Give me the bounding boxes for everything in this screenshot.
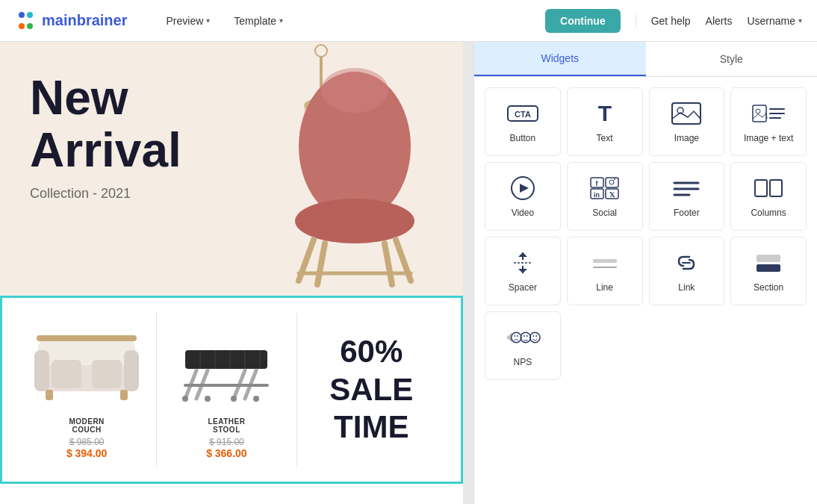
svg-point-32 (182, 396, 188, 402)
svg-line-8 (317, 243, 325, 284)
canvas-content: New Arrival Collection - 2021 (0, 42, 463, 504)
widget-link[interactable]: Link (649, 237, 725, 305)
section-widget-label: Section (754, 282, 783, 293)
svg-marker-63 (518, 252, 527, 257)
nav-preview[interactable]: Preview ▾ (158, 10, 220, 31)
tab-style[interactable]: Style (646, 42, 818, 76)
spacer-widget-label: Spacer (509, 282, 537, 293)
svg-point-81 (532, 335, 534, 337)
header: mainbrainer Preview ▾ Template ▾ Continu… (0, 0, 817, 42)
widget-nps[interactable]: NPS (485, 311, 561, 380)
tab-widgets[interactable]: Widgets (474, 42, 646, 76)
couch-svg (31, 324, 143, 406)
logo-dot-orange (19, 23, 25, 29)
line-icon (587, 249, 623, 276)
text-icon: T (587, 100, 623, 127)
image-icon (668, 100, 704, 127)
svg-rect-20 (37, 335, 137, 341)
widget-video[interactable]: Video (485, 162, 561, 231)
svg-rect-71 (757, 264, 780, 272)
username-button[interactable]: Username ▾ (747, 15, 802, 27)
widget-line[interactable]: Line (567, 237, 643, 305)
logo-dot-teal (27, 12, 33, 18)
hero-section: New Arrival Collection - 2021 (0, 42, 463, 296)
widget-columns[interactable]: Columns (730, 162, 807, 231)
svg-marker-47 (520, 184, 529, 193)
svg-text:in: in (594, 191, 600, 199)
stool-old-price: $ 915.00 (209, 437, 244, 447)
svg-rect-41 (753, 105, 766, 122)
video-widget-label: Video (512, 208, 534, 218)
canvas-area: New Arrival Collection - 2021 (0, 42, 473, 504)
svg-text:f: f (595, 180, 598, 187)
svg-rect-18 (46, 390, 53, 400)
svg-rect-60 (755, 180, 767, 196)
widget-image-text[interactable]: Image + text (730, 87, 807, 156)
svg-rect-68 (593, 267, 617, 268)
widget-text[interactable]: T Text (567, 87, 643, 156)
widget-button[interactable]: CTA Button (485, 87, 561, 156)
svg-text:T: T (597, 101, 611, 125)
hero-subtitle: Collection - 2021 (30, 186, 463, 202)
alerts-link[interactable]: Alerts (706, 15, 733, 27)
line-widget-label: Line (596, 282, 613, 293)
svg-point-42 (756, 109, 760, 113)
image-widget-label: Image (674, 133, 699, 143)
logo-dot-green (27, 23, 33, 29)
button-widget-label: Button (510, 133, 536, 143)
get-help-link[interactable]: Get help (651, 15, 691, 27)
continue-button[interactable]: Continue (545, 9, 621, 33)
svg-point-77 (524, 335, 525, 337)
logo: mainbrainer (15, 10, 128, 31)
widget-section[interactable]: Section (730, 237, 807, 305)
product-card-couch: MODERN COUCH $ 985.00 $ 394.00 (17, 313, 157, 467)
products-grid: MODERN COUCH $ 985.00 $ 394.00 (17, 313, 446, 467)
link-icon (668, 249, 704, 276)
nps-icon (505, 324, 541, 351)
nav-items: Preview ▾ Template ▾ (158, 10, 546, 31)
svg-line-9 (385, 243, 392, 284)
svg-rect-17 (92, 360, 122, 388)
svg-point-33 (205, 396, 211, 402)
couch-name: MODERN COUCH (69, 417, 104, 434)
preview-chevron-icon: ▾ (206, 16, 210, 25)
svg-rect-16 (52, 360, 81, 388)
link-widget-label: Link (678, 282, 695, 293)
stool-image (164, 320, 288, 410)
hero-title: New Arrival (30, 72, 463, 177)
svg-rect-15 (124, 350, 139, 391)
widget-spacer[interactable]: Spacer (485, 237, 561, 305)
panel-tabs: Widgets Style (474, 42, 817, 77)
username-chevron-icon: ▾ (798, 16, 802, 25)
video-icon (505, 175, 541, 202)
nav-template[interactable]: Template ▾ (225, 10, 292, 31)
svg-rect-50 (606, 178, 618, 187)
svg-point-51 (609, 180, 614, 184)
stool-name: LEATHER STOOL (208, 417, 245, 434)
main-layout: New Arrival Collection - 2021 (0, 42, 817, 504)
widget-image[interactable]: Image (649, 87, 725, 156)
columns-icon (751, 175, 786, 202)
svg-marker-65 (518, 269, 527, 273)
svg-rect-14 (34, 350, 49, 391)
svg-rect-67 (593, 259, 617, 263)
product-card-stool: LEATHER STOOL $ 915.00 $ 366.00 (157, 313, 296, 467)
section-icon (751, 249, 786, 276)
nps-widget-label: NPS (514, 357, 532, 367)
image-text-widget-label: Image + text (744, 133, 793, 143)
text-widget-label: Text (597, 133, 613, 143)
svg-rect-19 (120, 390, 128, 400)
svg-rect-13 (38, 339, 135, 365)
spacer-icon (505, 249, 541, 276)
svg-text:𝕏: 𝕏 (609, 191, 615, 199)
right-panel: Widgets Style CTA Button T (473, 42, 817, 504)
logo-icon (15, 10, 36, 31)
couch-new-price: $ 394.00 (66, 447, 108, 459)
social-widget-label: Social (592, 208, 617, 218)
svg-point-5 (295, 199, 414, 243)
widget-footer[interactable]: Footer (649, 162, 725, 231)
couch-image (25, 320, 149, 410)
svg-point-82 (535, 335, 537, 337)
logo-text: mainbrainer (42, 12, 128, 29)
widget-social[interactable]: f in 𝕏 Social (567, 162, 643, 231)
